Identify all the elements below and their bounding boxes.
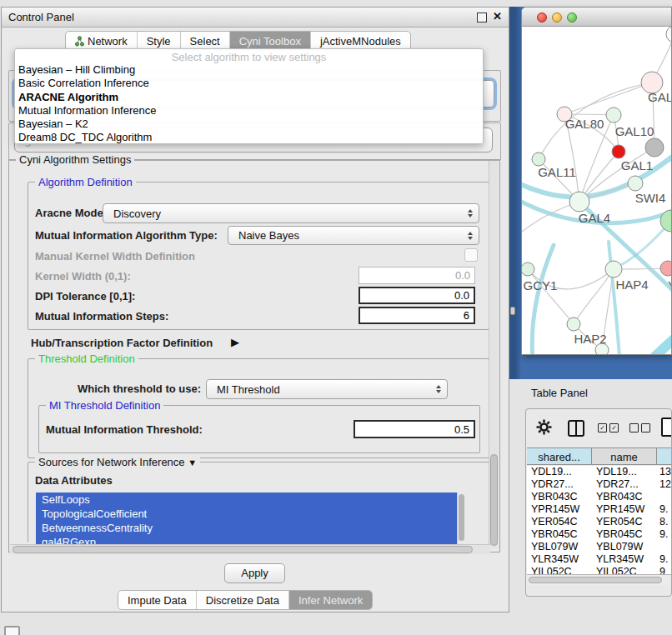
expanded-arrow-icon[interactable]: ▼	[188, 458, 197, 468]
table-cell: YLR345W	[527, 553, 592, 566]
column-header-name[interactable]: name	[592, 448, 657, 465]
sources-group: Sources for Network Inference ▼ Data Att…	[28, 462, 489, 542]
network-node[interactable]	[567, 318, 580, 331]
tab-label: Network	[88, 32, 128, 50]
panel-splitter-handle[interactable]	[510, 307, 515, 315]
algorithm-option-aracne-algorithm[interactable]: ARACNE Algorithm	[15, 91, 483, 104]
table-row[interactable]: YER054CYER054C8.	[527, 516, 672, 528]
manual-kernel-checkbox[interactable]	[464, 248, 478, 262]
minimize-traffic-light-icon[interactable]	[552, 12, 562, 22]
tab-label: Discretize Data	[206, 592, 279, 609]
mi-type-combo[interactable]: Naive Bayes	[228, 226, 479, 245]
network-node[interactable]	[645, 138, 664, 157]
mi-threshold-group: MI Threshold Definition Mutual Informati…	[38, 405, 480, 453]
algorithm-dropdown-list: Select algorithm to view settings Bayesi…	[14, 48, 484, 144]
network-node[interactable]	[660, 261, 672, 276]
tab-discretize-data[interactable]: Discretize Data	[196, 591, 288, 609]
network-node[interactable]	[628, 176, 643, 191]
network-node[interactable]	[522, 262, 534, 276]
network-canvas[interactable]: GALGAL80GAL10GAL1GAL11SWI4GAL4GCY1HAP4YH…	[522, 27, 672, 355]
table-cell: YBR043C	[527, 491, 592, 503]
algorithm-option-mutual-information-inference[interactable]: Mutual Information Inference	[15, 104, 483, 118]
table-cell: YIL052C	[592, 566, 657, 574]
gear-icon[interactable]	[536, 419, 552, 438]
data-attributes-list: SelfLoopsTopologicalCoefficientBetweenne…	[36, 492, 465, 546]
table-horizontal-scrollbar[interactable]	[527, 574, 672, 585]
table-row[interactable]: YPR145WYPR145W9.	[527, 503, 672, 516]
table-cell: 9.	[657, 503, 672, 516]
network-node[interactable]	[612, 145, 625, 158]
node-label-swi4: SWI4	[635, 191, 666, 205]
mi-threshold-field[interactable]: 0.5	[354, 420, 475, 438]
dpi-tolerance-field[interactable]: 0.0	[359, 287, 475, 304]
algorithm-options: Bayesian – Hill ClimbingBasic Correlatio…	[15, 63, 483, 145]
close-traffic-light-icon[interactable]	[537, 12, 547, 22]
zoom-traffic-light-icon[interactable]	[567, 12, 577, 22]
settings-group-title: Cyni Algorithm Settings	[16, 153, 134, 166]
tab-style[interactable]: Style	[137, 32, 180, 50]
table-cell: YBL079W	[592, 541, 657, 553]
mi-threshold-group-title: MI Threshold Definition	[46, 399, 163, 412]
table-cell: YBR045C	[527, 528, 592, 541]
tab-select[interactable]: Select	[180, 32, 229, 50]
algorithm-option-bayesian-hill-climbing[interactable]: Bayesian – Hill Climbing	[15, 63, 483, 77]
attributes-scrollbar[interactable]	[457, 492, 465, 546]
node-label-gal80: GAL80	[565, 117, 604, 131]
show-columns-icon[interactable]	[568, 420, 584, 437]
table-cell: 9.	[657, 553, 672, 566]
algorithm-option-basic-correlation-inference[interactable]: Basic Correlation Inference	[15, 77, 483, 90]
algorithm-definition-group: Algorithm Definition Aracne Mode: Discov…	[28, 182, 489, 330]
table-panel-title: Table Panel	[531, 387, 588, 399]
attribute-item-betweennesscentrality[interactable]: BetweennessCentrality	[36, 521, 457, 535]
mi-steps-label: Mutual Information Steps:	[35, 310, 168, 322]
table-row[interactable]: YDL19...YDL19...13	[527, 466, 672, 478]
column-header-shared[interactable]: shared...	[527, 448, 592, 465]
mi-steps-field[interactable]: 6	[359, 307, 475, 324]
network-node[interactable]	[605, 261, 622, 278]
network-node[interactable]	[666, 27, 672, 42]
column-header-a[interactable]: A	[657, 448, 672, 465]
collapsed-arrow-icon[interactable]: ▶	[231, 336, 239, 348]
table-row[interactable]: YBR045CYBR045C9.	[527, 528, 672, 541]
tab-cyni-toolbox[interactable]: Cyni Toolbox	[229, 32, 310, 50]
cyni-mode-tabs: Impute DataDiscretize DataInfer Network	[118, 590, 373, 610]
table-row[interactable]: YLR345WYLR345W9.	[527, 553, 672, 566]
tab-label: Select	[190, 32, 220, 50]
aracne-mode-combo[interactable]: Discovery	[103, 203, 479, 223]
apply-button[interactable]: Apply	[224, 563, 285, 583]
kernel-width-field[interactable]: 0.0	[359, 267, 475, 284]
select-all-columns-icon[interactable]: ✓✓	[598, 423, 619, 432]
restore-panel-icon[interactable]	[4, 626, 20, 635]
which-threshold-label: Which threshold to use:	[35, 382, 201, 395]
tab-impute-data[interactable]: Impute Data	[118, 591, 196, 609]
sources-title: Sources for Network Inference ▼	[35, 456, 200, 468]
algorithm-option-bayesian-k2[interactable]: Bayesian – K2	[15, 118, 483, 131]
table-cell: 13	[657, 466, 672, 478]
float-window-icon[interactable]	[477, 12, 487, 22]
table-row[interactable]: YDR27...YDR27...12	[527, 478, 672, 491]
settings-vertical-scrollbar[interactable]	[489, 161, 499, 548]
attribute-items: SelfLoopsTopologicalCoefficientBetweenne…	[36, 492, 465, 546]
control-panel-titlebar: Control Panel ✕	[2, 8, 509, 28]
table-row[interactable]: YIL052CYIL052C9	[527, 566, 672, 574]
network-tab-icon	[75, 36, 84, 47]
algorithm-option-dream8-dc-tdc-algorithm[interactable]: Dream8 DC_TDC Algorithm	[15, 131, 483, 144]
network-node[interactable]	[532, 152, 545, 166]
attribute-item-selfloops[interactable]: SelfLoops	[36, 492, 457, 507]
table-row[interactable]: YBR043CYBR043C	[527, 491, 672, 503]
close-icon[interactable]: ✕	[493, 10, 502, 22]
export-table-icon[interactable]	[661, 418, 672, 437]
tab-network[interactable]: Network	[66, 32, 137, 50]
table-row[interactable]: YBL079WYBL079W	[527, 541, 672, 553]
algorithm-dropdown-prompt: Select algorithm to view settings	[15, 51, 483, 63]
tab-infer-network[interactable]: Infer Network	[288, 591, 372, 609]
attribute-item-topologicalcoefficient[interactable]: TopologicalCoefficient	[36, 507, 457, 521]
tab-jactivemnodules[interactable]: jActiveMNodules	[310, 32, 410, 50]
network-node[interactable]	[606, 108, 621, 122]
tab-label: Style	[147, 32, 171, 50]
settings-horizontal-scrollbar[interactable]	[10, 544, 490, 554]
aracne-mode-value: Discovery	[113, 208, 161, 220]
network-node[interactable]	[569, 192, 589, 212]
which-threshold-combo[interactable]: MI Threshold	[206, 379, 448, 399]
deselect-all-columns-icon[interactable]	[629, 423, 650, 432]
